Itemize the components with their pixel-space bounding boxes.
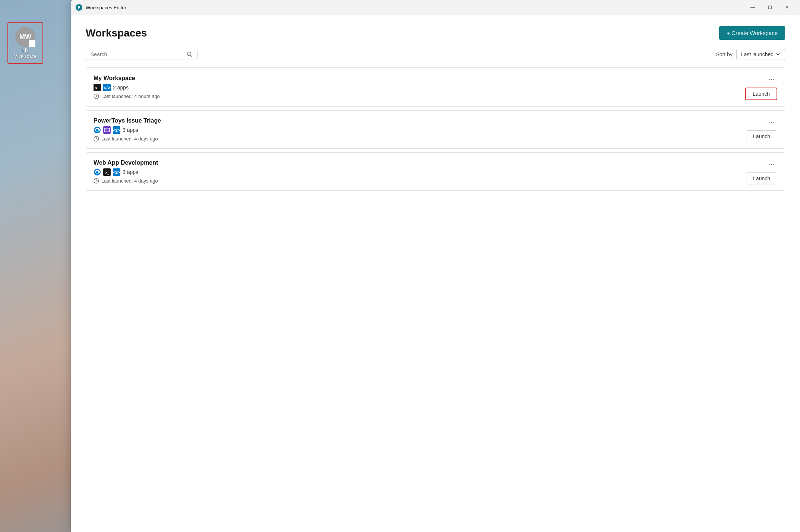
svg-text:>_: >_	[95, 86, 99, 90]
desktop-icon-avatar: MW ↗	[15, 27, 35, 47]
search-input[interactable]	[91, 51, 184, 57]
terminal-icon: >_	[103, 168, 111, 176]
last-launched: Last launched: 4 days ago	[101, 136, 158, 142]
desktop-icon-label: MyWorkspace	[14, 48, 37, 59]
launch-button[interactable]: Launch	[746, 172, 777, 184]
apps-count: 3 apps	[123, 127, 138, 133]
workspace-card: My Workspace >_ </> 2 apps Last launched…	[86, 67, 785, 107]
svg-text:</>: </>	[113, 170, 120, 175]
svg-text:</>: </>	[104, 85, 111, 91]
snip-icon	[103, 126, 111, 134]
svg-text:>_: >_	[105, 171, 109, 175]
vscode-icon: </>	[103, 84, 111, 91]
workspace-card-left: PowerToys Issue Triage </> 3 apps Las	[94, 117, 161, 142]
workspace-name: PowerToys Issue Triage	[94, 117, 161, 124]
clock-icon	[94, 94, 99, 99]
workspace-time-row: Last launched: 4 days ago	[94, 178, 158, 184]
more-options-button[interactable]: ···	[766, 159, 777, 170]
header-row: Workspaces + Create Workspace	[86, 26, 785, 40]
workspace-card-left: Web App Development >_ </> 3 apps Last l…	[94, 159, 158, 184]
sort-row: Sort by Last launched	[716, 49, 785, 60]
edge-icon	[94, 168, 101, 176]
workspace-apps-row: >_ </> 3 apps	[94, 168, 158, 176]
titlebar: P Workspaces Editor — ☐ ✕	[71, 0, 800, 15]
my-workspace-desktop-icon[interactable]: MW ↗ MyWorkspace	[10, 25, 40, 61]
maximize-button[interactable]: ☐	[761, 1, 778, 13]
close-button[interactable]: ✕	[778, 1, 796, 13]
workspace-time-row: Last launched: 4 days ago	[94, 136, 161, 142]
workspace-list: My Workspace >_ </> 2 apps Last launched…	[86, 67, 785, 194]
clock-icon	[94, 136, 99, 142]
app-icon: P	[75, 4, 83, 11]
vscode-icon: </>	[113, 126, 120, 134]
chevron-down-icon	[776, 52, 780, 57]
card-right-section: ··· Launch	[746, 159, 777, 184]
launch-button[interactable]: Launch	[745, 88, 777, 100]
create-workspace-button[interactable]: + Create Workspace	[719, 26, 785, 40]
search-icon	[187, 51, 193, 57]
sort-label: Sort by	[716, 51, 732, 57]
workspace-name: Web App Development	[94, 159, 158, 166]
sort-dropdown[interactable]: Last launched	[736, 49, 785, 60]
terminal-icon: >_	[94, 84, 101, 91]
workspace-apps-row: >_ </> 2 apps	[94, 84, 160, 91]
create-workspace-label: + Create Workspace	[727, 30, 778, 36]
last-launched: Last launched: 4 days ago	[101, 178, 158, 184]
workspace-apps-row: </> 3 apps	[94, 126, 161, 134]
svg-point-10	[96, 131, 99, 132]
apps-count: 2 apps	[113, 85, 129, 91]
workspace-card-left: My Workspace >_ </> 2 apps Last launched…	[94, 75, 160, 99]
clock-icon	[94, 178, 99, 184]
desktop-icon-highlight: MW ↗ MyWorkspace	[7, 22, 43, 64]
titlebar-title: Workspaces Editor	[86, 5, 126, 10]
card-right-section: ··· Launch	[746, 117, 777, 142]
sort-value: Last launched	[741, 51, 774, 57]
controls-row: Sort by Last launched	[86, 49, 785, 60]
workspace-name: My Workspace	[94, 75, 160, 82]
svg-text:P: P	[78, 6, 80, 10]
workspace-card: PowerToys Issue Triage </> 3 apps Las	[86, 110, 785, 149]
svg-point-19	[96, 173, 99, 174]
workspaces-editor-window: P Workspaces Editor — ☐ ✕ Workspaces + C…	[71, 0, 800, 532]
minimize-button[interactable]: —	[744, 1, 761, 13]
titlebar-controls: — ☐ ✕	[744, 1, 796, 13]
last-launched: Last launched: 4 hours ago	[101, 94, 160, 99]
apps-count: 3 apps	[123, 169, 138, 175]
desktop-icon-badge: ↗	[29, 40, 35, 47]
svg-line-3	[191, 56, 192, 57]
workspace-card: Web App Development >_ </> 3 apps Last l…	[86, 152, 785, 191]
workspace-time-row: Last launched: 4 hours ago	[94, 94, 160, 99]
launch-button[interactable]: Launch	[746, 130, 777, 142]
titlebar-left: P Workspaces Editor	[75, 4, 126, 11]
card-right-section: ··· Launch	[745, 74, 777, 100]
more-options-button[interactable]: ···	[766, 117, 777, 127]
main-content: Workspaces + Create Workspace Sort by La…	[71, 15, 800, 532]
more-options-button[interactable]: ···	[766, 74, 777, 85]
svg-text:</>: </>	[113, 127, 120, 133]
vscode-icon: </>	[113, 168, 120, 176]
edge-icon	[94, 126, 101, 134]
search-box[interactable]	[86, 49, 197, 60]
page-title: Workspaces	[86, 27, 147, 39]
